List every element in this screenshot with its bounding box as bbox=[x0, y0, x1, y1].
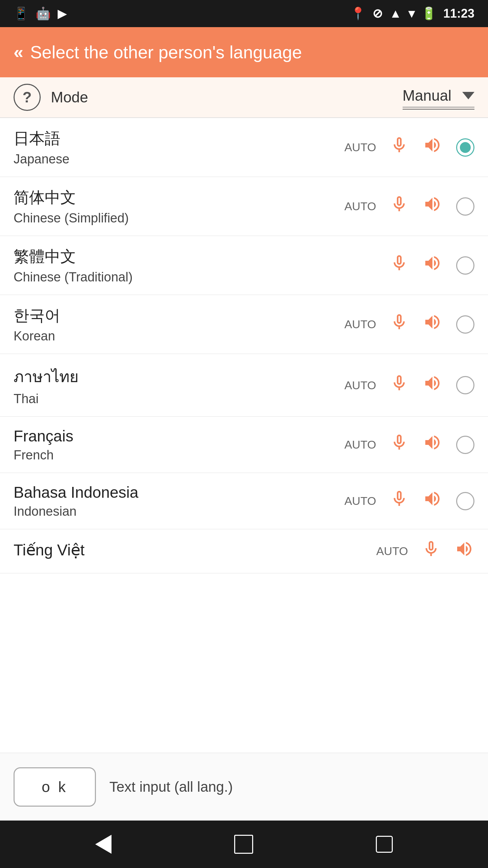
radio-button[interactable] bbox=[456, 436, 474, 454]
list-item[interactable]: Bahasa Indonesia Indonesian AUTO bbox=[0, 473, 488, 529]
wifi-icon: ▾ bbox=[408, 6, 414, 21]
language-native: 한국어 bbox=[14, 305, 344, 326]
battery-icon: 🔋 bbox=[421, 6, 436, 21]
list-item[interactable]: Tiếng Việt AUTO bbox=[0, 529, 488, 573]
location-icon: 📍 bbox=[350, 6, 366, 21]
signal-icon: ▲ bbox=[389, 6, 402, 21]
language-controls: AUTO bbox=[376, 539, 474, 563]
language-english: Indonesian bbox=[14, 504, 344, 519]
list-item[interactable]: 日本語 Japanese AUTO bbox=[0, 118, 488, 177]
time-display: 11:23 bbox=[443, 6, 474, 21]
dnd-icon: ⊘ bbox=[372, 6, 383, 21]
auto-badge: AUTO bbox=[344, 379, 376, 392]
language-controls: AUTO bbox=[344, 313, 474, 336]
mic-icon[interactable] bbox=[390, 489, 409, 513]
auto-badge: AUTO bbox=[344, 318, 376, 331]
radio-button[interactable] bbox=[456, 492, 474, 510]
language-controls: AUTO bbox=[344, 489, 474, 513]
status-bar-right: 📍 ⊘ ▲ ▾ 🔋 11:23 bbox=[350, 6, 474, 21]
language-text: ภาษาไทย Thai bbox=[14, 364, 344, 406]
mode-label: Mode bbox=[51, 89, 88, 106]
language-native: 日本語 bbox=[14, 128, 344, 149]
volume-icon[interactable] bbox=[454, 539, 474, 563]
language-controls: AUTO bbox=[344, 374, 474, 397]
language-controls bbox=[376, 254, 474, 277]
mic-icon[interactable] bbox=[390, 433, 409, 456]
language-native: Français bbox=[14, 427, 344, 445]
radio-button[interactable] bbox=[456, 376, 474, 394]
recents-nav-button[interactable] bbox=[376, 836, 393, 853]
language-list: 日本語 Japanese AUTO 简体中文 Chinese (Simplifi… bbox=[0, 118, 488, 753]
language-text: 日本語 Japanese bbox=[14, 128, 344, 166]
mic-icon[interactable] bbox=[390, 374, 409, 397]
page-title: Select the other person's language bbox=[30, 42, 302, 62]
mic-icon[interactable] bbox=[390, 136, 409, 159]
mode-value[interactable]: Manual bbox=[403, 87, 451, 104]
radio-button[interactable] bbox=[456, 197, 474, 216]
language-native: Bahasa Indonesia bbox=[14, 483, 344, 501]
auto-badge: AUTO bbox=[376, 545, 408, 558]
back-button[interactable]: « bbox=[14, 42, 23, 62]
notification-icon: 📱 bbox=[14, 6, 29, 21]
text-input-label[interactable]: Text input (all lang.) bbox=[109, 779, 233, 795]
auto-badge: AUTO bbox=[344, 494, 376, 508]
list-item[interactable]: ภาษาไทย Thai AUTO bbox=[0, 354, 488, 417]
mode-bar: ? Mode Manual bbox=[0, 77, 488, 118]
header: « Select the other person's language bbox=[0, 27, 488, 77]
android-icon: 🤖 bbox=[36, 6, 51, 21]
auto-badge: AUTO bbox=[344, 200, 376, 213]
volume-icon[interactable] bbox=[422, 254, 443, 277]
mode-dropdown-arrow[interactable] bbox=[462, 92, 474, 99]
volume-icon[interactable] bbox=[422, 195, 443, 218]
volume-icon[interactable] bbox=[422, 374, 443, 397]
mic-icon[interactable] bbox=[390, 254, 409, 277]
back-nav-button[interactable] bbox=[95, 835, 111, 854]
language-native: ภาษาไทย bbox=[14, 364, 344, 389]
help-button[interactable]: ? bbox=[14, 84, 41, 111]
list-item[interactable]: 简体中文 Chinese (Simplified) AUTO bbox=[0, 177, 488, 236]
radio-button[interactable] bbox=[456, 256, 474, 275]
language-english: Chinese (Simplified) bbox=[14, 211, 344, 225]
language-native: 简体中文 bbox=[14, 187, 344, 208]
language-text: Bahasa Indonesia Indonesian bbox=[14, 483, 344, 519]
volume-icon[interactable] bbox=[422, 489, 443, 513]
volume-icon[interactable] bbox=[422, 136, 443, 159]
language-text: 简体中文 Chinese (Simplified) bbox=[14, 187, 344, 225]
language-english: Korean bbox=[14, 329, 344, 343]
language-text: 한국어 Korean bbox=[14, 305, 344, 343]
mic-icon[interactable] bbox=[390, 313, 409, 336]
language-text: Tiếng Việt bbox=[14, 541, 376, 562]
language-text: Français French bbox=[14, 427, 344, 462]
list-item[interactable]: 한국어 Korean AUTO bbox=[0, 295, 488, 354]
language-controls: AUTO bbox=[344, 136, 474, 159]
store-icon: ▶ bbox=[58, 6, 67, 21]
status-bar-left: 📱 🤖 ▶ bbox=[14, 6, 67, 21]
language-native: Tiếng Việt bbox=[14, 541, 376, 559]
status-bar: 📱 🤖 ▶ 📍 ⊘ ▲ ▾ 🔋 11:23 bbox=[0, 0, 488, 27]
home-nav-button[interactable] bbox=[234, 835, 253, 854]
mic-icon[interactable] bbox=[390, 195, 409, 218]
volume-icon[interactable] bbox=[422, 433, 443, 456]
auto-badge: AUTO bbox=[344, 141, 376, 154]
language-text: 繁體中文 Chinese (Traditional) bbox=[14, 246, 376, 284]
bottom-bar: o k Text input (all lang.) bbox=[0, 753, 488, 821]
list-item[interactable]: 繁體中文 Chinese (Traditional) bbox=[0, 236, 488, 295]
language-controls: AUTO bbox=[344, 433, 474, 456]
radio-button[interactable] bbox=[456, 315, 474, 334]
radio-button[interactable] bbox=[456, 138, 474, 157]
list-item[interactable]: Français French AUTO bbox=[0, 417, 488, 473]
ok-button[interactable]: o k bbox=[14, 767, 96, 807]
language-controls: AUTO bbox=[344, 195, 474, 218]
language-english: Thai bbox=[14, 392, 344, 406]
auto-badge: AUTO bbox=[344, 438, 376, 451]
mic-icon[interactable] bbox=[422, 539, 441, 563]
language-english: French bbox=[14, 448, 344, 462]
volume-icon[interactable] bbox=[422, 313, 443, 336]
navigation-bar bbox=[0, 821, 488, 868]
language-english: Chinese (Traditional) bbox=[14, 270, 376, 284]
language-english: Japanese bbox=[14, 152, 344, 166]
language-native: 繁體中文 bbox=[14, 246, 376, 267]
